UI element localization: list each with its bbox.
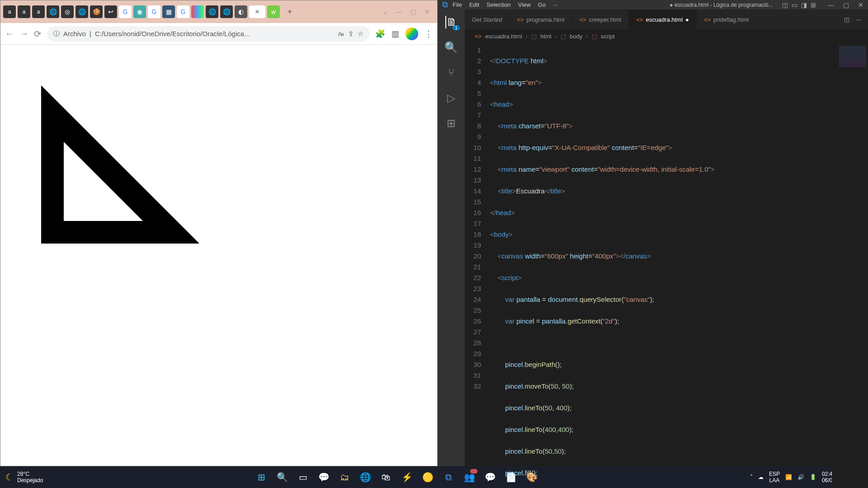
search-button[interactable]: 🔍 <box>274 469 290 485</box>
layout-icon[interactable]: ◨ <box>801 1 807 9</box>
chrome-tab[interactable]: ◉ <box>133 5 146 18</box>
close-icon[interactable]: ✕ <box>858 1 863 9</box>
menu-selection[interactable]: Selection <box>486 1 510 8</box>
reload-button[interactable]: ⟳ <box>34 28 42 39</box>
menu-edit[interactable]: Edit <box>469 1 479 8</box>
sidepanel-icon[interactable]: ▥ <box>392 29 399 39</box>
tab-escuadra[interactable]: <>escuadra.html● <box>629 9 697 29</box>
vscode-icon: ⧉ <box>442 0 448 9</box>
star-icon[interactable]: ☆ <box>358 30 363 38</box>
line-numbers: 1234567891011121314151617181920212223242… <box>465 43 490 488</box>
chrome-tab[interactable]: ◎ <box>61 5 74 18</box>
maximize-icon[interactable]: ▢ <box>410 8 416 15</box>
start-button[interactable]: ⊞ <box>253 469 269 485</box>
weather-desc: Despejado <box>17 477 43 483</box>
app-icon[interactable]: ⚡ <box>399 469 415 485</box>
chrome-tab[interactable]: G <box>148 5 160 18</box>
chrome-toolbar: ← → ⟳ ⓘ Archivo | C:/Users/nonid/OneDriv… <box>0 23 437 45</box>
chrome-tab[interactable]: G <box>119 5 132 18</box>
chrome-tab-active[interactable]: ✕ <box>249 5 265 18</box>
page-content <box>0 45 437 466</box>
info-icon: ⓘ <box>53 30 60 38</box>
tab-programa[interactable]: <>programa.html <box>509 9 572 29</box>
chrome-tab-strip: a a a 🌐 ◎ 🌐 🍪 ↩ G ◉ G ▦ G 🌐 🌐 ◐ ✕ w + ⌄ … <box>0 0 437 23</box>
maximize-icon[interactable]: ▢ <box>843 1 849 9</box>
layout-icon[interactable]: ⊞ <box>811 1 816 9</box>
chrome-tab[interactable]: 🌐 <box>206 5 218 18</box>
window-title: ● escuadra.html - Lógica de programació.… <box>670 2 773 8</box>
chrome-tab[interactable]: G <box>177 5 189 18</box>
chrome-tab[interactable]: ▦ <box>162 5 175 18</box>
menu-go[interactable]: Go <box>538 1 546 8</box>
store-icon[interactable]: 🛍 <box>378 469 394 485</box>
moon-icon: ☾ <box>5 472 14 483</box>
chrome-icon[interactable]: 🟡 <box>420 469 436 485</box>
layout-icon[interactable]: ▭ <box>792 1 797 9</box>
minimize-icon[interactable]: — <box>396 8 402 15</box>
chrome-tab[interactable]: 🌐 <box>220 5 233 18</box>
source-control-icon[interactable]: ⑂ <box>448 66 454 79</box>
edge-icon[interactable]: 🌐 <box>357 469 373 485</box>
teams-app-icon[interactable]: 👥9+ <box>461 469 477 485</box>
chrome-tab[interactable]: 🌐 <box>47 5 59 18</box>
extensions-icon[interactable]: ⊞ <box>447 117 456 130</box>
tab-prideflag[interactable]: <>prideflag.html <box>697 9 756 29</box>
new-tab-button[interactable]: + <box>284 6 295 17</box>
forward-button[interactable]: → <box>19 28 28 39</box>
address-bar[interactable]: ⓘ Archivo | C:/Users/nonid/OneDrive/Escr… <box>47 26 370 42</box>
menu-file[interactable]: File <box>453 1 462 8</box>
chrome-tab[interactable]: a <box>3 5 16 18</box>
minimize-icon[interactable]: — <box>828 1 834 9</box>
extensions-icon[interactable]: 🧩 <box>375 29 385 39</box>
explorer-icon[interactable]: 🗎 <box>445 16 457 28</box>
editor[interactable]: 1234567891011121314151617181920212223242… <box>465 43 868 488</box>
close-icon[interactable]: ✕ <box>255 9 259 15</box>
close-icon[interactable]: ✕ <box>425 8 430 15</box>
split-editor-icon[interactable]: ◫ <box>844 16 849 23</box>
menu-icon[interactable]: ⋮ <box>425 29 433 39</box>
share-icon[interactable]: ⇪ <box>348 30 354 38</box>
chrome-tab[interactable]: a <box>32 5 45 18</box>
menu-bar: File Edit Selection View Go ··· <box>453 1 558 8</box>
translate-icon[interactable]: 🗛 <box>338 30 344 38</box>
chrome-tab[interactable]: w <box>267 5 280 18</box>
vscode-window: ⧉ File Edit Selection View Go ··· ● escu… <box>438 0 868 466</box>
chrome-tab[interactable] <box>191 5 204 18</box>
chrome-tab[interactable]: 🍪 <box>90 5 103 18</box>
menu-view[interactable]: View <box>518 1 531 8</box>
explorer-icon[interactable]: 🗂 <box>336 469 353 485</box>
run-debug-icon[interactable]: ▷ <box>447 92 455 104</box>
editor-tabs: Get Started <>programa.html <>creeper.ht… <box>465 9 868 29</box>
tab-creeper[interactable]: <>creeper.html <box>572 9 629 29</box>
menu-more[interactable]: ··· <box>553 1 558 8</box>
tab-getstarted[interactable]: Get Started <box>465 9 509 29</box>
chevron-down-icon[interactable]: ⌄ <box>382 8 388 15</box>
url-label: Archivo <box>63 30 86 38</box>
breadcrumb[interactable]: <>escuadra.html › ⬚html › ⬚body › ⬚scrip… <box>465 29 868 43</box>
chrome-window: a a a 🌐 ◎ 🌐 🍪 ↩ G ◉ G ▦ G 🌐 🌐 ◐ ✕ w + ⌄ … <box>0 0 438 466</box>
vscode-titlebar: ⧉ File Edit Selection View Go ··· ● escu… <box>438 0 868 9</box>
search-icon[interactable]: 🔍 <box>444 41 458 54</box>
layout-icon[interactable]: ◫ <box>782 1 788 9</box>
task-view-button[interactable]: ▭ <box>295 469 311 485</box>
back-button[interactable]: ← <box>5 28 14 39</box>
weather-widget[interactable]: ☾ 28°C Despejado <box>5 471 43 483</box>
more-actions-icon[interactable]: ⋯ <box>856 16 862 23</box>
minimap[interactable] <box>832 43 868 488</box>
weather-temp: 28°C <box>17 471 43 477</box>
activity-bar: 🗎 🔍 ⑂ ▷ ⊞ 👤 ⚙ <box>438 9 465 488</box>
chrome-tab[interactable]: 🌐 <box>75 5 88 18</box>
url-text: C:/Users/nonid/OneDrive/Escritorio/Oracl… <box>95 30 250 38</box>
teams-icon[interactable]: 💬 <box>316 469 332 485</box>
chrome-tab[interactable]: ◐ <box>235 5 247 18</box>
code-content[interactable]: <!DOCTYPE html> <html lang="en"> <head> … <box>490 43 832 488</box>
chrome-tab[interactable]: ↩ <box>104 5 117 18</box>
profile-avatar[interactable] <box>406 28 418 40</box>
chrome-tab[interactable]: a <box>18 5 30 18</box>
canvas-output <box>19 63 290 244</box>
vscode-taskbar-icon[interactable]: ⧉ <box>440 469 457 485</box>
